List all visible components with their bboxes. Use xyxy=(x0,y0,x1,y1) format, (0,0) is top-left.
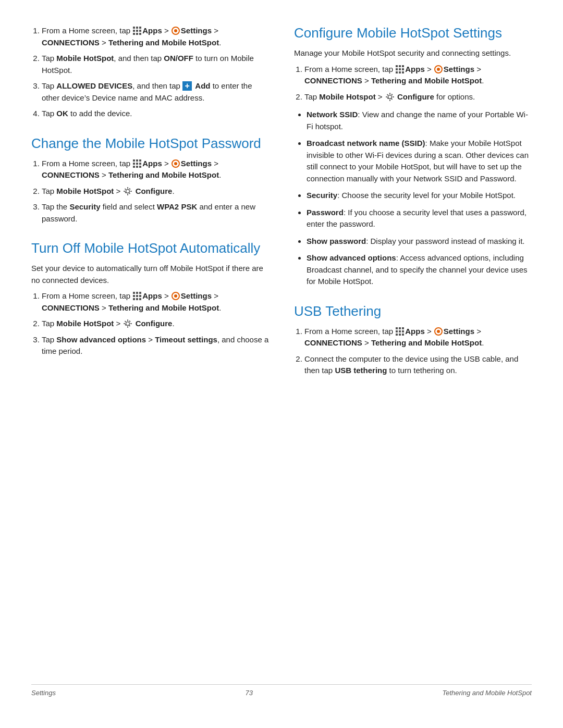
svg-rect-18 xyxy=(136,166,138,168)
configure-bullet-security: Security: Choose the security level for … xyxy=(307,190,532,202)
svg-rect-16 xyxy=(139,163,141,165)
svg-rect-36 xyxy=(139,295,141,297)
turnoff-step-2: Tap Mobile HotSpot > xyxy=(42,318,269,330)
svg-rect-4 xyxy=(136,30,138,32)
svg-rect-52 xyxy=(399,65,401,67)
svg-rect-71 xyxy=(396,327,398,329)
svg-rect-7 xyxy=(136,33,138,35)
allowed-devices-label: ALLOWED DEVICES xyxy=(56,81,132,90)
svg-rect-1 xyxy=(136,27,138,29)
gear-icon-2 xyxy=(123,319,132,328)
svg-rect-46 xyxy=(130,323,132,324)
svg-rect-70 xyxy=(391,93,393,95)
usb-steps-list: From a Home screen, tap xyxy=(304,326,532,377)
svg-rect-38 xyxy=(136,298,138,300)
svg-rect-15 xyxy=(136,163,138,165)
svg-rect-5 xyxy=(139,30,141,32)
configure-desc: Manage your Mobile HotSpot security and … xyxy=(294,47,532,59)
svg-rect-51 xyxy=(396,65,398,67)
svg-rect-26 xyxy=(130,191,132,192)
configure-bullet-broadcast: Broadcast network name (SSID): Make your… xyxy=(307,138,532,184)
usb-step-1: From a Home screen, tap xyxy=(304,326,532,349)
svg-rect-63 xyxy=(389,93,390,94)
onoff-label: ON/OFF xyxy=(164,54,193,63)
svg-point-62 xyxy=(388,95,391,98)
svg-rect-43 xyxy=(127,319,128,321)
columns: From a Home screen, tap xyxy=(31,25,532,668)
change-step-3: Tap the Security field and select WPA2 P… xyxy=(42,201,269,225)
usb-section: USB Tethering From a Home screen, tap xyxy=(294,303,532,377)
intro-step-1: From a Home screen, tap xyxy=(42,25,269,48)
svg-point-42 xyxy=(126,322,130,326)
col-right: Configure Mobile HotSpot Settings Manage… xyxy=(294,25,532,668)
footer: Settings 73 Tethering and Mobile HotSpot xyxy=(31,684,532,697)
svg-rect-75 xyxy=(399,330,401,332)
change-step-2: Tap Mobile HotSpot > xyxy=(42,186,269,198)
plus-icon: + xyxy=(182,81,192,91)
turnoff-section: Turn Off Mobile HotSpot Automatically Se… xyxy=(31,240,269,357)
settings-icon-2 xyxy=(171,159,180,168)
svg-rect-2 xyxy=(139,27,141,29)
svg-rect-19 xyxy=(139,166,141,168)
settings-icon-3 xyxy=(171,291,180,301)
svg-rect-23 xyxy=(127,187,128,189)
svg-rect-65 xyxy=(386,96,387,97)
configure-step-2: Tap Mobile Hotspot > xyxy=(304,91,532,103)
svg-rect-8 xyxy=(139,33,141,35)
turnoff-steps-list: From a Home screen, tap xyxy=(42,290,269,357)
svg-rect-77 xyxy=(396,334,398,336)
svg-rect-30 xyxy=(129,188,131,190)
svg-rect-47 xyxy=(125,321,127,323)
svg-rect-55 xyxy=(399,68,401,70)
configure-step-1: From a Home screen, tap xyxy=(304,64,532,87)
svg-point-22 xyxy=(126,189,130,193)
settings-label-5: Settings xyxy=(444,327,474,336)
svg-rect-73 xyxy=(402,327,404,329)
svg-rect-33 xyxy=(139,292,141,294)
col-left: From a Home screen, tap xyxy=(31,25,269,668)
svg-rect-0 xyxy=(133,27,135,29)
footer-left: Settings xyxy=(31,689,56,697)
svg-rect-56 xyxy=(402,68,404,70)
configure-bullet-password: Password: If you choose a security level… xyxy=(307,207,532,230)
settings-icon-4 xyxy=(434,65,443,74)
svg-rect-76 xyxy=(402,330,404,332)
turnoff-title: Turn Off Mobile HotSpot Automatically xyxy=(31,240,269,256)
configure-steps-list: From a Home screen, tap xyxy=(304,64,532,103)
svg-rect-45 xyxy=(124,323,125,324)
settings-label-4: Settings xyxy=(444,65,474,73)
apps-icon-3 xyxy=(132,291,142,301)
svg-point-61 xyxy=(437,68,440,71)
settings-label-3: Settings xyxy=(181,291,212,300)
intro-section: From a Home screen, tap xyxy=(31,25,269,120)
svg-rect-50 xyxy=(129,320,131,323)
intro-step-2: Tap Mobile HotSpot, and then tap ON/OFF … xyxy=(42,53,269,76)
svg-rect-17 xyxy=(133,166,135,168)
svg-rect-32 xyxy=(136,292,138,294)
svg-rect-24 xyxy=(127,194,128,195)
apps-icon-5 xyxy=(395,327,405,336)
svg-rect-37 xyxy=(133,298,135,300)
turnoff-desc: Set your device to automatically turn of… xyxy=(31,263,269,286)
configure-bullet-showpassword: Show password: Display your password ins… xyxy=(307,236,532,248)
apps-icon-4 xyxy=(395,65,405,74)
svg-rect-78 xyxy=(399,334,401,336)
footer-right: Tethering and Mobile HotSpot xyxy=(442,689,532,697)
gear-icon-1 xyxy=(123,187,132,196)
mobile-hotspot-label-1: Mobile HotSpot xyxy=(56,54,114,63)
svg-rect-6 xyxy=(133,33,135,35)
svg-rect-72 xyxy=(399,327,401,329)
change-step-1: From a Home screen, tap xyxy=(42,158,269,181)
ok-label: OK xyxy=(56,109,68,118)
add-label: Add xyxy=(195,81,210,90)
apps-label-5: Apps xyxy=(405,327,425,336)
configure-title: Configure Mobile HotSpot Settings xyxy=(294,25,532,41)
apps-icon-2 xyxy=(132,159,142,168)
svg-rect-12 xyxy=(136,159,138,162)
configure-section: Configure Mobile HotSpot Settings Manage… xyxy=(294,25,532,288)
page-number: 73 xyxy=(245,689,252,697)
settings-icon-5 xyxy=(434,327,443,336)
svg-point-41 xyxy=(174,294,177,298)
gear-icon-3 xyxy=(385,92,395,102)
svg-rect-74 xyxy=(396,330,398,332)
